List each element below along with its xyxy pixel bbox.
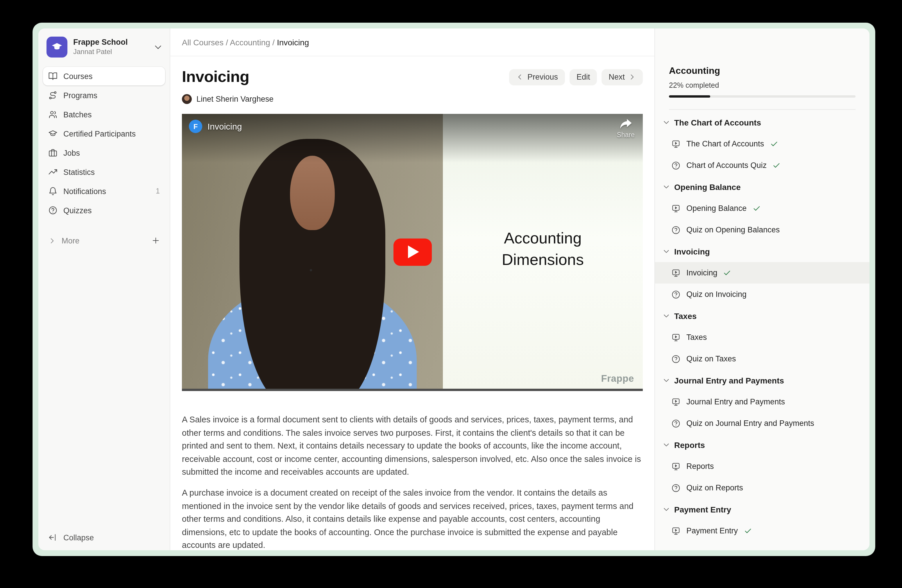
paragraph: A Sales invoice is a formal document sen… [182, 413, 643, 479]
progress-bar [669, 95, 855, 98]
outline-item-lesson[interactable]: Journal Entry and Payments [655, 391, 869, 413]
outline-item-label: Reports [686, 462, 714, 471]
sidebar-item-label: Quizzes [63, 206, 92, 215]
help-circle-icon [48, 206, 58, 215]
workspace-info: Frappe School Jannat Patel [73, 38, 128, 57]
route-icon [48, 91, 58, 100]
quiz-help-icon [671, 354, 681, 363]
outline-item-quiz[interactable]: Quiz on Opening Balances [655, 219, 869, 241]
outline-item-label: Taxes [686, 333, 707, 342]
outline-section-journal-entry[interactable]: Journal Entry and Payments [655, 369, 869, 391]
sidebar-item-label: Jobs [63, 149, 80, 157]
sidebar-item-label: Notifications [63, 187, 106, 195]
completed-check-icon [770, 140, 778, 148]
breadcrumb-all-courses[interactable]: All Courses [182, 38, 224, 47]
outline-item-label: Quiz on Reports [686, 483, 743, 492]
collapse-sidebar-button[interactable]: Collapse [38, 525, 170, 550]
outline-item-lesson[interactable]: Opening Balance [655, 197, 869, 219]
frappe-school-logo [47, 37, 67, 58]
outline-item-lesson-active[interactable]: Invoicing [655, 262, 869, 283]
outline-item-quiz[interactable]: Quiz on Taxes [655, 348, 869, 369]
edit-button[interactable]: Edit [570, 69, 597, 85]
trending-up-icon [48, 167, 58, 177]
chevron-down-icon [662, 247, 670, 255]
chevron-right-icon [48, 237, 56, 244]
previous-button[interactable]: Previous [509, 69, 565, 85]
chevron-down-icon [662, 183, 670, 191]
completed-check-icon [752, 204, 761, 213]
quiz-help-icon [671, 161, 681, 170]
progress-label: 22% completed [669, 81, 855, 89]
chevron-down-icon [662, 505, 670, 513]
sidebar-item-programs[interactable]: Programs [43, 86, 165, 105]
plus-icon[interactable] [152, 236, 160, 245]
outline-item-quiz[interactable]: Chart of Accounts Quiz [655, 155, 869, 176]
app-window-frame: Frappe School Jannat Patel Courses Progr… [33, 23, 875, 556]
section-title: Taxes [674, 311, 697, 321]
outline-section-chart-of-accounts[interactable]: The Chart of Accounts [655, 111, 869, 133]
outline-item-lesson[interactable]: Reports [655, 455, 869, 477]
sidebar-item-courses[interactable]: Courses [43, 67, 165, 85]
outline-section-invoicing[interactable]: Invoicing [655, 241, 869, 262]
sidebar-item-batches[interactable]: Batches [43, 105, 165, 124]
outline-item-lesson[interactable]: The Chart of Accounts [655, 133, 869, 155]
outline-item-quiz[interactable]: Quiz on Invoicing [655, 283, 869, 305]
sidebar-item-quizzes[interactable]: Quizzes [43, 201, 165, 220]
channel-avatar[interactable]: F [189, 120, 202, 133]
sidebar-item-label: Courses [63, 72, 93, 80]
outline-item-quiz[interactable]: Quiz on Journal Entry and Payments [655, 413, 869, 434]
chevron-down-icon [662, 312, 670, 319]
graduation-cap-icon [50, 41, 63, 53]
outline-item-lesson[interactable]: Payment Entry [655, 520, 869, 541]
lesson-monitor-icon [671, 204, 681, 213]
book-open-icon [48, 72, 58, 81]
frappe-watermark: Frappe [601, 373, 634, 384]
outline-item-label: Invoicing [686, 269, 717, 277]
outline-section-opening-balance[interactable]: Opening Balance [655, 176, 869, 197]
presenter-figure [290, 155, 335, 230]
outline-item-quiz[interactable]: Quiz on Reports [655, 477, 869, 499]
sidebar-item-jobs[interactable]: Jobs [43, 144, 165, 162]
lesson-monitor-icon [671, 268, 681, 277]
workspace-switcher[interactable]: Frappe School Jannat Patel [38, 28, 170, 64]
sidebar-menu: Courses Programs Batches Certified Parti… [38, 64, 170, 250]
breadcrumb-separator: / [272, 38, 275, 47]
lesson-title-row: Invoicing Previous Edit Next [182, 68, 643, 86]
sidebar-item-more[interactable]: More [43, 231, 165, 250]
share-button[interactable]: Share [617, 119, 635, 138]
author-name: Linet Sherin Varghese [196, 95, 274, 103]
outline-item-lesson[interactable]: Taxes [655, 327, 869, 348]
next-button[interactable]: Next [601, 69, 643, 85]
quiz-help-icon [671, 225, 681, 235]
lesson-nav-buttons: Previous Edit Next [509, 69, 643, 85]
section-title: Reports [674, 440, 705, 449]
sidebar-item-statistics[interactable]: Statistics [43, 163, 165, 181]
sidebar-item-label: More [62, 236, 80, 245]
outline-item-label: Opening Balance [686, 204, 747, 213]
screen: Frappe School Jannat Patel Courses Progr… [0, 0, 902, 588]
previous-label: Previous [528, 73, 558, 81]
outline-item-label: The Chart of Accounts [686, 139, 764, 148]
sidebar-item-certified-participants[interactable]: Certified Participants [43, 124, 165, 143]
collapse-label: Collapse [63, 533, 94, 542]
breadcrumb-current: Invoicing [277, 38, 309, 47]
video-title-overlay[interactable]: Invoicing [207, 122, 242, 131]
outline-section-payment-entry[interactable]: Payment Entry [655, 499, 869, 520]
breadcrumb-accounting[interactable]: Accounting [230, 38, 270, 47]
sidebar-item-label: Statistics [63, 167, 95, 176]
outline-section-taxes[interactable]: Taxes [655, 305, 869, 327]
lesson-monitor-icon [671, 461, 681, 471]
outline-section-reports[interactable]: Reports [655, 434, 869, 455]
chevron-down-icon[interactable] [153, 42, 163, 52]
sidebar-item-notifications[interactable]: Notifications 1 [43, 182, 165, 200]
section-title: The Chart of Accounts [674, 118, 761, 127]
video-player[interactable]: Accounting Dimensions F Invoicing Share [182, 114, 643, 391]
chevron-left-icon [517, 73, 524, 81]
outline-item-label: Quiz on Taxes [686, 354, 736, 363]
video-progress-bar[interactable] [182, 389, 643, 391]
sidebar-item-label: Certified Participants [63, 129, 136, 138]
youtube-play-button[interactable] [393, 238, 432, 266]
quiz-help-icon [671, 419, 681, 428]
notification-count-badge: 1 [156, 187, 160, 195]
video-header: F Invoicing [189, 120, 242, 133]
